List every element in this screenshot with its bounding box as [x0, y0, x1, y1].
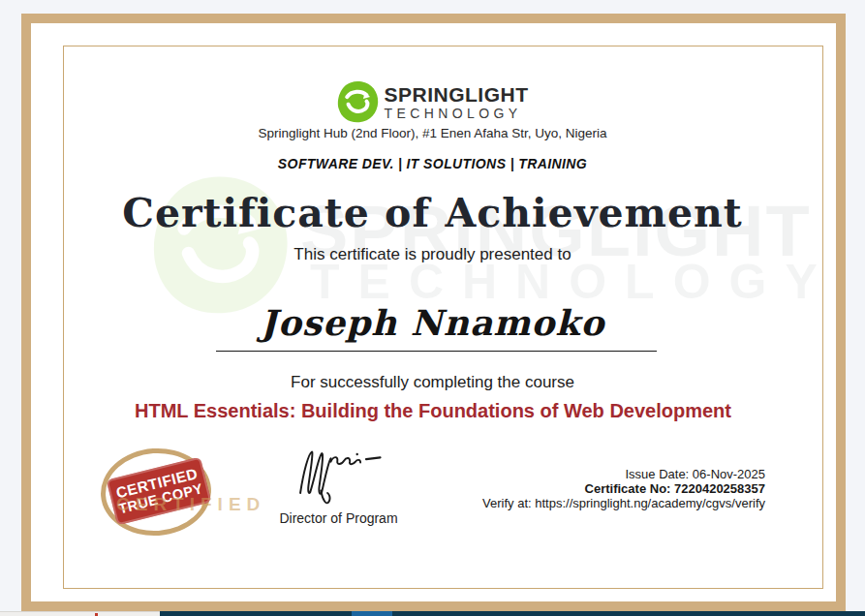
recipient-name: Joseph Nnamoko [0, 302, 865, 343]
scrollbar-thumb[interactable] [352, 611, 392, 616]
issue-date: Issue Date: 06-Nov-2025 [482, 467, 765, 481]
presented-to-text: This certificate is proudly presented to [0, 245, 865, 264]
springlight-logo-icon [336, 80, 380, 124]
verify-url: Verify at: https://springlight.ng/academ… [482, 496, 765, 510]
brand-name: SPRINGLIGHT [384, 84, 528, 105]
certificate-number: Certificate No: 7220420258357 [482, 481, 765, 496]
signature-icon [291, 444, 387, 509]
signatory-role: Director of Program [254, 510, 423, 526]
brand-wordmark: SPRINGLIGHT TECHNOLOGY [384, 84, 528, 120]
issue-info: Issue Date: 06-Nov-2025 Certificate No: … [482, 467, 765, 510]
taskbar-edge[interactable] [160, 611, 865, 616]
certificate-page: SPRINGLIGHT TECHNOLOGY SPRINGLIGHT TECHN… [0, 0, 865, 616]
certificate-title: Certificate of Achievement [0, 190, 865, 236]
brand-division: TECHNOLOGY [384, 107, 528, 120]
background-window-edge[interactable] [0, 611, 160, 616]
course-title: HTML Essentials: Building the Foundation… [113, 397, 753, 425]
company-tagline: SOFTWARE DEV. | IT SOLUTIONS | TRAINING [0, 156, 865, 171]
brand-header: SPRINGLIGHT TECHNOLOGY [0, 80, 865, 124]
background-window-strip [0, 611, 865, 616]
recipient-underline [216, 351, 657, 352]
company-address: Springlight Hub (2nd Floor), #1 Enen Afa… [0, 126, 865, 140]
completion-text: For successfully completing the course [0, 373, 865, 392]
